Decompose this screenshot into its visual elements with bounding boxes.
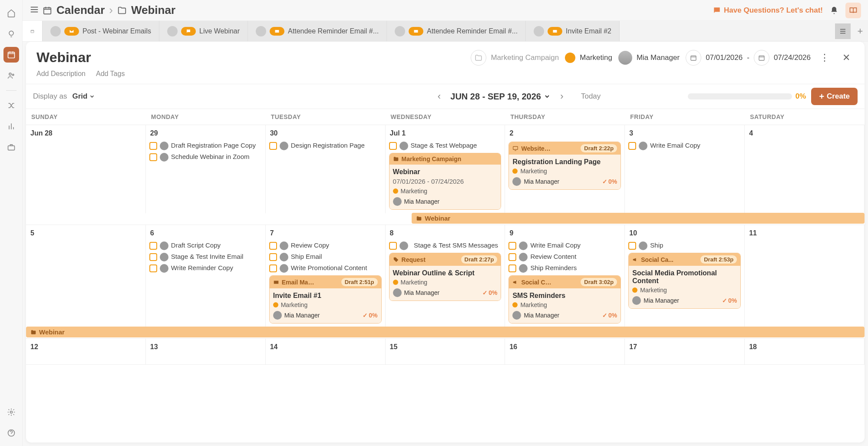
task[interactable]: Write Email Copy: [508, 241, 621, 250]
avatar: [618, 51, 632, 65]
tab-1[interactable]: Live Webinar: [159, 21, 248, 41]
checkbox[interactable]: [269, 264, 277, 272]
progress-bar: [688, 93, 792, 99]
book-icon[interactable]: [845, 3, 861, 18]
kebab-icon[interactable]: ⋮: [817, 50, 832, 66]
briefcase-icon[interactable]: [3, 139, 19, 155]
checkbox[interactable]: [628, 142, 636, 150]
bullhorn-icon: [512, 279, 518, 285]
checkbox[interactable]: [149, 242, 157, 250]
breadcrumb-sep: ›: [109, 3, 113, 17]
checkbox[interactable]: [628, 242, 636, 250]
avatar: [167, 26, 178, 36]
calendar-tab[interactable]: [23, 21, 43, 41]
checkbox[interactable]: [269, 142, 277, 150]
task[interactable]: Stage & Test SMS Messages: [389, 241, 502, 250]
tab-0[interactable]: Post - Webinar Emails: [43, 21, 159, 41]
checkbox[interactable]: [269, 242, 277, 250]
task[interactable]: Ship Email: [269, 253, 382, 261]
date-range-label[interactable]: JUN 28 - SEP 19, 2026: [450, 92, 551, 102]
next-arrow[interactable]: ›: [556, 90, 568, 102]
display-as-label: Display as: [33, 92, 67, 101]
checkbox[interactable]: [508, 242, 516, 250]
task[interactable]: Stage & Test Invite Email: [149, 253, 262, 261]
day-number: 8: [389, 228, 502, 239]
parent-folder[interactable]: Marketing Campaign: [471, 50, 559, 66]
task[interactable]: Stage & Test Webpage: [389, 142, 502, 150]
prev-arrow[interactable]: ‹: [433, 90, 445, 102]
avatar: [280, 264, 288, 273]
create-button[interactable]: +Create: [811, 88, 858, 105]
chat-link[interactable]: Have Questions? Let's chat!: [713, 6, 823, 15]
task[interactable]: Ship Reminders: [508, 264, 621, 273]
breadcrumb-root[interactable]: Calendar: [56, 3, 105, 17]
settings-icon[interactable]: [3, 404, 19, 420]
analytics-icon[interactable]: [3, 119, 19, 134]
avatar: [639, 142, 647, 150]
add-description[interactable]: Add Description: [36, 70, 86, 78]
content-card[interactable]: Website C...Draft 2:22p Registration Lan…: [508, 142, 621, 190]
content-card[interactable]: Email Mar...Draft 2:51p Invite Email #1 …: [269, 275, 382, 324]
date-range[interactable]: 07/01/2026 - 07/24/2026: [686, 50, 811, 66]
folder-icon: [30, 329, 36, 335]
day-number: 30: [269, 128, 382, 139]
task[interactable]: Draft Script Copy: [149, 241, 262, 250]
span-webinar[interactable]: Webinar: [412, 213, 865, 224]
tab-3[interactable]: Attendee Reminder Email #...: [387, 21, 526, 41]
content-card[interactable]: Social Ca...Draft 3:02p SMS Reminders Ma…: [508, 275, 621, 324]
task[interactable]: Write Email Copy: [628, 142, 741, 150]
task[interactable]: Write Reminder Copy: [149, 264, 262, 273]
mail-icon: [270, 27, 284, 36]
dow: TUESDAY: [266, 109, 386, 125]
add-tab-icon[interactable]: +: [852, 23, 868, 39]
team-icon[interactable]: [3, 68, 19, 83]
tab-2[interactable]: Attendee Reminder Email #...: [248, 21, 387, 41]
tab-4[interactable]: Invite Email #2: [526, 21, 620, 41]
color-dot: [565, 53, 575, 63]
svg-point-5: [10, 411, 12, 413]
chevron-down-icon: [89, 93, 95, 99]
bell-icon[interactable]: [826, 3, 842, 18]
list-view-icon[interactable]: [835, 23, 851, 39]
checkbox[interactable]: [149, 142, 157, 150]
content-card[interactable]: Social Ca...Draft 2:53p Social Media Pro…: [628, 253, 741, 309]
task[interactable]: Ship: [628, 241, 741, 250]
idea-icon[interactable]: [3, 26, 19, 42]
task[interactable]: Design Registration Page: [269, 142, 382, 150]
day-number: 17: [628, 341, 741, 353]
hamburger-icon[interactable]: [30, 5, 39, 16]
help-icon[interactable]: [3, 425, 19, 441]
content-card[interactable]: RequestDraft 2:27p Webinar Outline & Scr…: [389, 253, 502, 301]
owner-chip[interactable]: Mia Manager: [618, 51, 680, 65]
checkbox[interactable]: [149, 264, 157, 272]
header: Webinar Marketing Campaign Marketing Mia…: [26, 42, 865, 70]
breadcrumb-leaf[interactable]: Webinar: [131, 3, 175, 17]
add-tags[interactable]: Add Tags: [96, 70, 125, 78]
chevron-down-icon: [544, 93, 551, 100]
checkbox[interactable]: [269, 253, 277, 261]
span-webinar[interactable]: Webinar: [26, 327, 865, 337]
checkbox[interactable]: [508, 264, 516, 272]
day-number: 12: [30, 341, 142, 353]
home-icon[interactable]: [3, 5, 19, 21]
checkbox[interactable]: [149, 153, 157, 161]
task[interactable]: Write Promotional Content: [269, 264, 382, 273]
close-icon[interactable]: ✕: [838, 50, 854, 66]
checkbox[interactable]: [149, 253, 157, 261]
task[interactable]: Review Copy: [269, 241, 382, 250]
today-button[interactable]: Today: [581, 92, 601, 101]
shuffle-icon[interactable]: [3, 98, 19, 113]
checkbox[interactable]: [389, 142, 397, 150]
task[interactable]: Schedule Webinar in Zoom: [149, 153, 262, 162]
task[interactable]: Draft Registration Page Copy: [149, 142, 262, 150]
dow: THURSDAY: [505, 109, 625, 125]
calendar-nav-icon[interactable]: [3, 47, 19, 63]
marketing-tag[interactable]: Marketing: [565, 53, 612, 63]
campaign-card[interactable]: Marketing Campaign Webinar 07/01/2026 - …: [389, 153, 502, 210]
avatar: [395, 26, 405, 36]
checkbox[interactable]: [389, 242, 397, 250]
display-as-select[interactable]: Grid: [72, 92, 95, 101]
task[interactable]: Review Content: [508, 253, 621, 261]
checkbox[interactable]: [508, 253, 516, 261]
dow: SUNDAY: [26, 109, 146, 125]
